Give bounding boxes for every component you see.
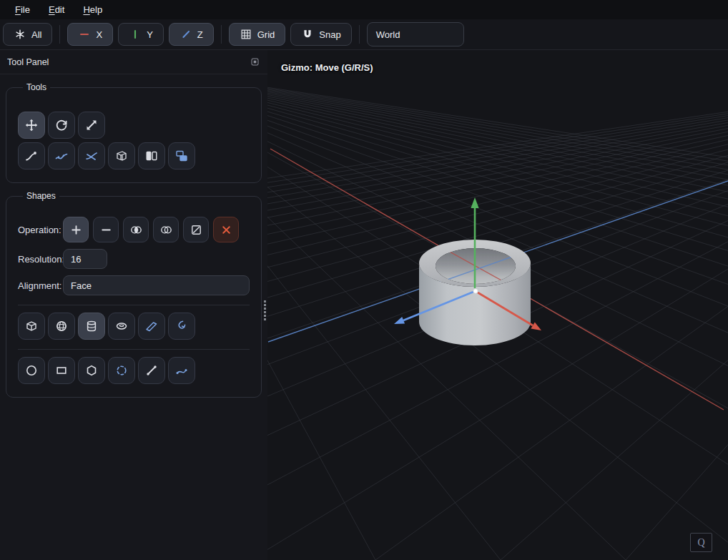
scale-icon [84,118,99,132]
gizmo-x-arrowhead[interactable] [531,322,541,330]
array-button[interactable] [168,142,195,170]
slice-icon [190,223,203,237]
tools-row-1 [18,112,250,139]
menu-edit[interactable]: Edit [39,2,74,17]
sphere-button[interactable] [48,313,75,340]
operation-buttons [63,217,239,242]
circle-icon [24,363,39,378]
main-toolbar: All X Y Z Grid Snap World [0,19,728,50]
cylinder-button[interactable] [78,313,105,340]
panel-resize-handle[interactable] [264,300,266,320]
section-divider [18,305,250,305]
circle-button[interactable] [18,357,45,384]
box-button[interactable] [18,313,45,340]
primitive-shape-buttons [18,313,250,340]
alignment-input[interactable] [63,275,250,295]
curve-button[interactable] [168,357,195,384]
quick-menu-button[interactable]: Q [690,533,712,552]
grid-toggle-button[interactable]: Grid [229,23,286,46]
gizmo-center-handle[interactable] [473,289,478,293]
y-axis-bar-icon [129,28,142,41]
resolution-input[interactable] [63,249,107,269]
tool-panel: Tool Panel Tools Shapes Operation: Resol… [0,50,268,560]
coordinate-space-select[interactable]: World [367,22,464,46]
app-window: { "menu": { "items": [ {"label": "File"}… [0,0,728,560]
sphere-icon [54,319,69,333]
line-button[interactable] [138,357,165,384]
smooth-curve-icon [54,149,69,163]
axis-x-label: X [96,29,102,40]
polygon-icon [84,363,99,378]
subtract-button[interactable] [93,217,119,242]
menu-bar: File Edit Help [0,0,728,19]
polygon-button[interactable] [78,357,105,384]
union-button[interactable] [123,217,149,242]
intersect-button[interactable] [153,217,179,242]
arc-icon [114,363,129,378]
axis-y-label: Y [147,29,153,40]
section-divider [18,349,250,350]
shapes-section-legend: Shapes [23,191,59,201]
toolbar-separator [221,25,222,44]
mirror-icon [144,149,159,163]
intersect-icon [159,223,173,237]
profile-shape-buttons [18,357,250,384]
axis-x-button[interactable]: X [67,23,113,46]
snap-toggle-button[interactable]: Snap [290,23,351,46]
toolbar-separator [359,25,360,44]
coordinate-space-value: World [376,29,400,40]
delete-button[interactable] [213,217,239,242]
snap-label: Snap [319,29,340,40]
rotate-button[interactable] [48,112,75,139]
magnet-icon [301,28,314,41]
polyline-button[interactable] [18,142,45,170]
axis-all-label: All [31,29,41,40]
resolution-label: Resolution: [18,254,63,265]
union-icon [129,223,143,237]
menu-file[interactable]: File [6,2,39,17]
plane-button[interactable] [138,313,165,340]
tool-panel-header: Tool Panel [0,50,267,74]
smooth-curve-button[interactable] [48,142,75,170]
menu-help[interactable]: Help [74,2,112,17]
revolve-icon [174,319,189,333]
grid-label: Grid [257,29,275,40]
slice-button[interactable] [183,217,209,242]
shapes-section: Shapes Operation: Resolution: Alignment: [6,191,262,398]
gizmo-y-arrowhead[interactable] [471,197,478,208]
cylinder-icon [84,319,99,333]
axis-all-button[interactable]: All [3,23,52,46]
tool-panel-title: Tool Panel [7,57,49,67]
dock-icon[interactable] [250,57,260,67]
wireframe-box-button[interactable] [108,142,135,170]
plane-icon [144,319,159,333]
scale-button[interactable] [78,112,105,139]
axis-z-button[interactable]: Z [169,23,214,46]
plus-icon [69,223,83,237]
square-button[interactable] [48,357,75,384]
wireframe-box-icon [114,149,129,163]
tools-row-2 [18,142,250,170]
gizmo-z-arrowhead[interactable] [394,317,405,324]
z-axis-slash-icon [179,28,192,41]
add-button[interactable] [63,217,89,242]
trim-curve-icon [84,149,99,163]
grid-icon [240,28,252,41]
toolbar-separator [59,25,60,44]
operation-label: Operation: [18,225,63,235]
arc-button[interactable] [108,357,135,384]
viewport-canvas[interactable] [267,50,728,560]
move-icon [24,118,39,132]
axis-y-button[interactable]: Y [118,23,164,46]
polyline-icon [24,149,39,163]
close-icon [220,223,233,237]
viewport-3d[interactable]: Gizmo: Move (G/R/S) Q [267,50,728,560]
trim-curve-button[interactable] [78,142,105,170]
torus-icon [114,319,129,333]
mirror-button[interactable] [138,142,165,170]
move-button[interactable] [18,112,45,139]
revolve-button[interactable] [168,313,195,340]
operation-row: Operation: [18,217,250,242]
torus-button[interactable] [108,313,135,340]
resolution-row: Resolution: [18,249,250,269]
